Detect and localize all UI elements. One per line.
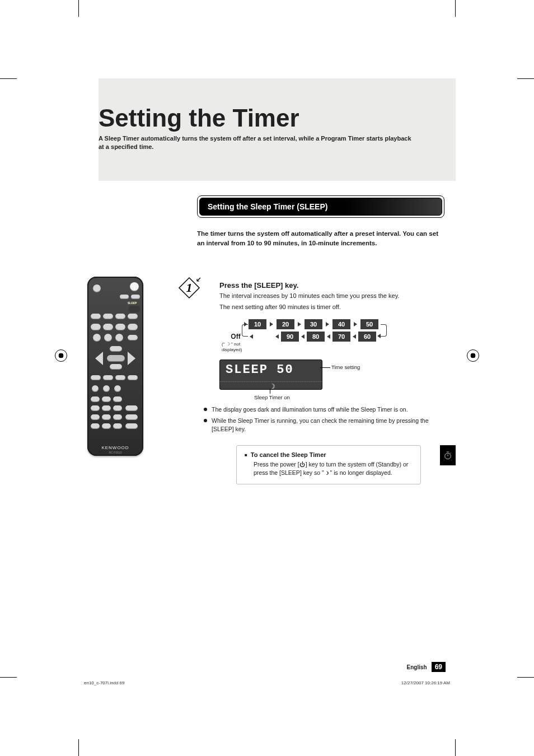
interval-cycle-diagram: 10 20 30 40 50 60 bbox=[219, 319, 444, 356]
cycle-off-note: (" ☽ " not displayed) bbox=[222, 342, 250, 352]
imprint-date: 12/27/2007 10:26:19 AM bbox=[401, 680, 450, 685]
step-text: The interval increases by 10 minutes eac… bbox=[219, 292, 444, 300]
registration-mark-icon bbox=[55, 349, 67, 362]
cycle-cell: 40 bbox=[332, 319, 350, 329]
svg-text:1: 1 bbox=[186, 281, 193, 295]
bullet-item: The display goes dark and illumination t… bbox=[204, 405, 444, 414]
crop-mark bbox=[455, 739, 456, 756]
crop-mark bbox=[78, 0, 79, 17]
footer-language: English bbox=[407, 664, 427, 670]
crop-mark bbox=[0, 677, 17, 678]
sleep-key-label: SLEEP bbox=[128, 301, 137, 305]
crop-mark bbox=[455, 0, 456, 17]
lcd-text: SLEEP 50 bbox=[226, 363, 294, 377]
press-imprint: en10_c-707i.indd 69 12/27/2007 10:26:19 … bbox=[84, 680, 450, 685]
cycle-cell: 50 bbox=[360, 319, 378, 329]
section-heading-frame: Setting the Sleep Timer (SLEEP) bbox=[197, 195, 444, 218]
cancel-box: To cancel the Sleep Timer Press the powe… bbox=[236, 445, 421, 484]
footer-page-number: 69 bbox=[432, 662, 446, 672]
remote-model: RC-F0510 bbox=[87, 451, 143, 454]
crop-mark bbox=[517, 677, 534, 678]
remote-illustration: SLEEP bbox=[87, 277, 143, 456]
step-number-icon: 1 bbox=[177, 276, 202, 300]
cycle-cell: 30 bbox=[305, 319, 322, 329]
lcd-display-wrap: SLEEP 50 ☽ Time setting Sleep Timer on bbox=[219, 360, 444, 390]
callout-sleep-on: Sleep Timer on bbox=[254, 394, 290, 400]
cycle-cell: 90 bbox=[281, 332, 299, 342]
page-title: Setting the Timer bbox=[99, 78, 456, 132]
section-intro: The timer turns the system off automatic… bbox=[197, 229, 444, 248]
cycle-cell: 20 bbox=[277, 319, 294, 329]
section-heading: Setting the Sleep Timer (SLEEP) bbox=[199, 198, 442, 216]
step-heading: Press the [SLEEP] key. bbox=[219, 281, 444, 290]
crop-mark bbox=[0, 78, 17, 79]
bullet-item: While the Sleep Timer is running, you ca… bbox=[204, 417, 444, 433]
remote-brand: KENWOOD bbox=[87, 445, 143, 450]
cycle-cell: 70 bbox=[332, 332, 350, 342]
page-subtitle: A Sleep Timer automatically turns the sy… bbox=[99, 134, 412, 151]
step-text: The next setting after 90 minutes is tim… bbox=[219, 303, 444, 311]
cycle-cell: 60 bbox=[358, 332, 376, 342]
cycle-cell: 80 bbox=[307, 332, 325, 342]
crop-mark bbox=[517, 78, 534, 79]
crop-mark bbox=[78, 739, 79, 756]
page-footer: English 69 bbox=[407, 662, 446, 672]
cycle-cell: 10 bbox=[249, 319, 266, 329]
cancel-heading: To cancel the Sleep Timer bbox=[245, 451, 413, 458]
thumb-tab-timer-icon bbox=[440, 445, 456, 465]
imprint-file: en10_c-707i.indd 69 bbox=[84, 680, 125, 685]
registration-mark-icon bbox=[467, 349, 479, 362]
callout-time-setting: Time setting bbox=[331, 364, 360, 370]
lcd-display: SLEEP 50 ☽ bbox=[219, 360, 322, 390]
sleep-key bbox=[129, 306, 140, 312]
cancel-body: Press the power [⏻] key to turn the syst… bbox=[254, 460, 413, 477]
